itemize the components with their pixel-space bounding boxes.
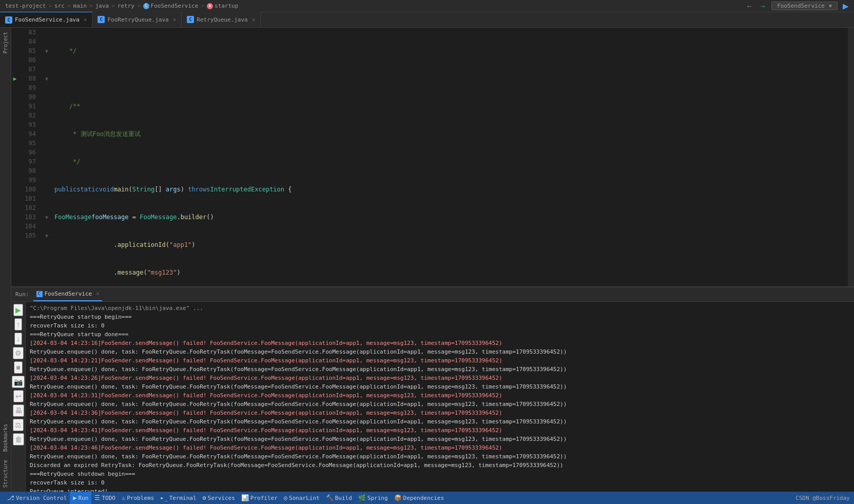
rerun-button[interactable]: ▶ (13, 304, 23, 316)
status-sonarlint[interactable]: ◎ SonarLint (281, 492, 323, 504)
run-output[interactable]: "C:\Program Files\Java\openjdk-11\bin\ja… (26, 302, 854, 492)
log-line: ===RetryQueue shutdown begin=== (30, 470, 850, 478)
line-num: 87 (18, 65, 39, 74)
services-icon: ⚙ (203, 494, 206, 501)
status-profiler[interactable]: 📊 Profiler (238, 492, 281, 504)
status-right-info: CSDN @BossFriday (795, 495, 850, 501)
tab-close-icon[interactable]: × (252, 16, 256, 23)
sep: > (88, 3, 94, 9)
dependencies-icon: 📦 (394, 494, 402, 501)
sep: > (47, 3, 53, 9)
status-dependencies[interactable]: 📦 Dependencies (391, 492, 447, 504)
breadcrumb-item[interactable]: m startup (206, 3, 239, 9)
panel-label-structure[interactable]: Structure (1, 456, 10, 492)
fold-line (43, 92, 50, 102)
tab-close-icon[interactable]: × (84, 16, 87, 23)
sonarlint-icon: ◎ (284, 494, 287, 501)
panel-label-project[interactable]: Project (1, 28, 10, 57)
breadcrumb-item[interactable]: C FooSendService (142, 3, 200, 9)
tab-foosendservice[interactable]: C FooSendService.java × (0, 12, 92, 27)
tab-fooretryqueue[interactable]: C FooRetryQueue.java × (92, 12, 182, 27)
run-status-icon: ▶ (73, 494, 76, 501)
terminal-icon: ▸_ (160, 494, 167, 501)
fold-line (43, 139, 50, 148)
run-button[interactable]: ▶ (842, 1, 850, 12)
status-terminal[interactable]: ▸_ Terminal (157, 492, 199, 504)
line-num: 98 (18, 166, 39, 176)
log-line: recoverTask size is: 0 (30, 321, 850, 330)
vertical-scrollbar[interactable] (848, 28, 854, 286)
version-control-icon: ⎇ (7, 494, 14, 501)
breadcrumb-item[interactable]: src (53, 3, 66, 9)
wrap-button[interactable]: ↩ (13, 390, 24, 402)
status-version-control[interactable]: ⎇ Version Control (4, 492, 70, 504)
fold-line (43, 148, 50, 157)
line-num: 102 (18, 203, 39, 212)
run-config-dropdown-icon[interactable]: ▼ (828, 3, 833, 9)
forward-button[interactable]: → (758, 1, 767, 11)
log-line: RetryQueue interrupted! (30, 487, 850, 492)
breadcrumb-item[interactable]: main (72, 3, 88, 9)
gutter-markers: ▶ (11, 28, 18, 286)
status-problems[interactable]: ⚠ Problems (119, 492, 157, 504)
code-content[interactable]: */ /** * 测试Foo消息发送重试 */ public static vo… (50, 28, 848, 286)
line-num: 89 (18, 83, 39, 92)
gutter-line (11, 83, 18, 92)
sep: > (199, 3, 206, 9)
line-num: 86 (18, 55, 39, 65)
run-config[interactable]: FooSendService ▼ (771, 2, 838, 10)
run-label: Run: (15, 291, 29, 298)
java-file-icon: C (187, 16, 194, 23)
breadcrumb-item[interactable]: retry (117, 3, 135, 9)
spring-icon: 🌿 (358, 494, 366, 501)
log-line: [2024-03-04 14:23:16]FooSender.sendMessa… (30, 339, 850, 347)
line-numbers: 83 84 85 86 87 88 89 90 91 92 93 94 95 9… (18, 28, 43, 286)
run-panel-header: Run: C FooSendService × (11, 287, 854, 302)
code-line-83: */ (54, 46, 844, 55)
breadcrumb-item[interactable]: java (94, 3, 110, 9)
fold-icon[interactable]: ▼ (43, 46, 50, 55)
gutter-run-marker: ▶ (11, 74, 18, 83)
stop-button[interactable]: ■ (14, 361, 22, 374)
status-services[interactable]: ⚙ Services (200, 492, 238, 504)
scroll-down-button[interactable]: ↓ (14, 333, 22, 345)
status-run[interactable]: ▶ Run (70, 492, 91, 504)
fold-line (43, 157, 50, 166)
back-button[interactable]: ← (745, 1, 754, 11)
panel-label-bookmarks[interactable]: Bookmarks (1, 420, 10, 456)
status-label: Profiler (250, 495, 278, 501)
tab-close-icon[interactable]: × (173, 16, 177, 23)
fold-line (43, 83, 50, 92)
settings-button[interactable]: ⚙ (13, 347, 24, 359)
fold-icon[interactable]: ▼ (43, 231, 50, 240)
log-line: [2024-03-04 14:23:41]FooSender.sendMessa… (30, 426, 850, 435)
code-line-91: .message("msg123") (54, 268, 844, 277)
status-spring[interactable]: 🌿 Spring (355, 492, 391, 504)
run-toolbar: ▶ ↑ ↓ ⚙ ■ 📷 ↩ 🖶 ⚖ 🗑 (11, 302, 26, 492)
line-num: 97 (18, 157, 39, 166)
pin-button[interactable]: 📷 (12, 376, 25, 388)
status-build[interactable]: 🔨 Build (323, 492, 355, 504)
scroll-up-button[interactable]: ↑ (14, 318, 22, 331)
run-tab[interactable]: C FooSendService × (33, 287, 103, 301)
status-label: Problems (127, 495, 154, 501)
clear-button[interactable]: 🗑 (13, 433, 24, 445)
file-type-icon: C (143, 3, 149, 9)
code-line-87: */ (54, 157, 844, 166)
tab-retryqueue[interactable]: C RetryQueue.java × (182, 12, 261, 27)
code-view[interactable]: ▶ 83 84 85 86 87 88 89 90 91 92 (11, 28, 854, 286)
filter-button[interactable]: ⚖ (13, 419, 24, 431)
status-todo[interactable]: ☰ TODO (91, 492, 119, 504)
log-line: [2024-03-04 14:23:31]FooSender.sendMessa… (30, 391, 850, 400)
print-button[interactable]: 🖶 (13, 404, 24, 417)
fold-icon[interactable]: ▼ (43, 74, 50, 83)
todo-icon: ☰ (94, 494, 100, 501)
run-tab-label: FooSendService (45, 290, 92, 297)
fold-icon[interactable]: ▼ (43, 212, 50, 222)
fold-line (43, 65, 50, 74)
gutter-line (11, 120, 18, 129)
status-label: Version Control (16, 495, 67, 501)
run-tab-close-icon[interactable]: × (96, 291, 99, 297)
line-num: 84 (18, 37, 39, 46)
breadcrumb-item[interactable]: test-project (4, 3, 47, 9)
